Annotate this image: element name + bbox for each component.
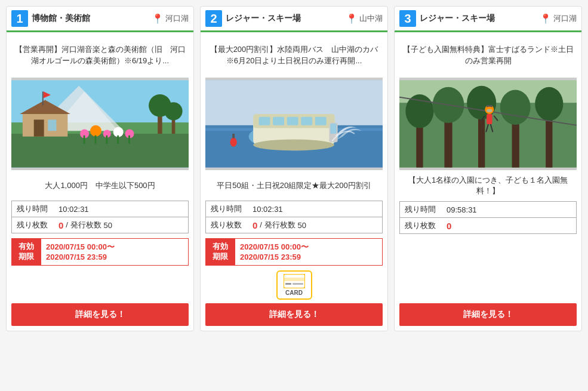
svg-rect-8 [48, 119, 56, 131]
card-header-left: 1 博物館・美術館 [11, 10, 90, 27]
svg-point-58 [535, 87, 563, 121]
issued-value: 50 [298, 221, 306, 230]
svg-point-69 [487, 109, 492, 113]
validity-date2: 2020/07/15 23:59 [46, 253, 183, 261]
card-price: 平日50組・土日祝20組限定★最大200円割引 [205, 175, 383, 196]
card-body: 【子ども入園無料特典】富士すばるランド※土日のみ営業再開 [395, 32, 581, 331]
card-header-left: 2 レジャー・スキー場 [205, 10, 301, 27]
svg-rect-37 [315, 117, 327, 125]
svg-point-22 [164, 102, 182, 120]
issued-label: / 発行枚数 [66, 220, 101, 230]
time-row: 残り時間 10:02:31 [12, 201, 188, 217]
detail-button[interactable]: 詳細を見る！ [205, 303, 383, 326]
svg-rect-23 [42, 91, 44, 106]
card-price: 大人1,000円 中学生以下500円 [11, 175, 189, 196]
card-location: 📍 山中湖 [346, 13, 383, 24]
card-category: レジャー・スキー場 [420, 13, 495, 24]
card-number: 2 [205, 10, 222, 27]
remaining-row: 残り枚数 0 / 発行枚数 50 [206, 217, 382, 233]
svg-rect-61 [487, 114, 492, 124]
issued-value: 50 [104, 221, 112, 230]
card-image [11, 78, 189, 170]
card-number: 1 [11, 10, 28, 27]
svg-rect-39 [330, 124, 336, 134]
validity-date1: 2020/07/15 00:00〜 [46, 242, 183, 253]
issued-label: / 発行枚数 [260, 220, 295, 230]
svg-rect-36 [301, 117, 312, 125]
svg-point-10 [90, 125, 101, 137]
svg-rect-45 [285, 283, 291, 285]
card-info-table: 残り時間 10:02:31 残り枚数 0 / 発行枚数 50 [11, 201, 189, 233]
time-label: 残り時間 [206, 201, 248, 217]
remaining-row: 残り枚数 0 / 発行枚数 50 [12, 217, 188, 233]
card-number: 3 [399, 10, 416, 27]
time-value: 10:02:31 [248, 201, 382, 217]
card-title: 【最大200円割引】水陸両用バス 山中湖のカバ※6月20日より土日祝日のみ運行再… [205, 37, 383, 73]
time-label: 残り時間 [400, 202, 442, 217]
card-3: 3 レジャー・スキー場 📍 河口湖 【子ども入園無料特典】富士すばるランド※土日… [394, 6, 582, 331]
pin-icon: 📍 [540, 13, 552, 24]
card-price: 【大人1名様の入園につき、子ども１名入園無料！】 [399, 175, 577, 196]
validity-label: 有効期限 [205, 238, 235, 266]
card-title: 【営業再開】河口湖音楽と森の美術館（旧 河口湖オルゴールの森美術館）※6/19よ… [11, 37, 189, 73]
card-body: 【最大200円割引】水陸両用バス 山中湖のカバ※6月20日より土日祝日のみ運行再… [201, 32, 387, 331]
card-1: 1 博物館・美術館 📍 河口湖 【営業再開】河口湖音楽と森の美術館（旧 河口湖オ… [6, 6, 194, 331]
remaining-label: 残り枚数 [12, 217, 54, 233]
location-text: 河口湖 [553, 13, 577, 24]
remaining-row: 残り枚数 0 [400, 218, 576, 233]
svg-rect-33 [259, 117, 270, 125]
validity-dates: 2020/07/15 00:00〜 2020/07/15 23:59 [41, 238, 189, 266]
svg-rect-16 [106, 136, 107, 144]
svg-rect-5 [23, 114, 67, 137]
pin-icon: 📍 [346, 13, 358, 24]
card-2: 2 レジャー・スキー場 📍 山中湖 【最大200円割引】水陸両用バス 山中湖のカ… [200, 6, 388, 331]
svg-rect-42 [232, 134, 235, 138]
time-value: 10:02:31 [54, 201, 188, 217]
detail-button[interactable]: 詳細を見る！ [399, 303, 577, 326]
card-header: 3 レジャー・スキー場 📍 河口湖 [395, 7, 581, 32]
card-location: 📍 河口湖 [540, 13, 577, 24]
card-title: 【子ども入園無料特典】富士すばるランド※土日のみ営業再開 [399, 37, 577, 73]
card-image [205, 78, 383, 170]
svg-rect-7 [34, 119, 44, 136]
svg-rect-44 [284, 278, 305, 281]
remaining-label: 残り枚数 [206, 217, 248, 233]
remaining-label: 残り枚数 [400, 218, 442, 233]
card-category: レジャー・スキー場 [226, 13, 301, 24]
pin-icon: 📍 [152, 13, 164, 24]
card-image [399, 78, 577, 170]
card-info-table: 残り時間 09:58:31 残り枚数 0 [399, 201, 577, 234]
svg-rect-34 [273, 117, 284, 125]
card-location: 📍 河口湖 [152, 13, 189, 24]
svg-point-40 [253, 139, 334, 150]
svg-rect-18 [128, 136, 130, 144]
validity-label: 有効期限 [11, 238, 41, 266]
validity-dates: 2020/07/15 00:00〜 2020/07/15 23:59 [235, 238, 383, 266]
card-icon-label: CARD [285, 290, 303, 296]
card-header-left: 3 レジャー・スキー場 [399, 10, 495, 27]
card-info-table: 残り時間 10:02:31 残り枚数 0 / 発行枚数 50 [205, 201, 383, 233]
svg-point-54 [405, 94, 433, 128]
remaining-value: 0 [442, 218, 576, 233]
detail-button[interactable]: 詳細を見る！ [11, 303, 189, 326]
svg-rect-46 [293, 283, 303, 285]
cards-container: 1 博物館・美術館 📍 河口湖 【営業再開】河口湖音楽と森の美術館（旧 河口湖オ… [6, 6, 588, 331]
time-label: 残り時間 [12, 201, 54, 217]
card-icon [284, 274, 305, 288]
card-body: 【営業再開】河口湖音楽と森の美術館（旧 河口湖オルゴールの森美術館）※6/19よ… [7, 32, 193, 331]
remaining-value: 0 / 発行枚数 50 [248, 217, 382, 233]
svg-rect-35 [287, 117, 298, 125]
svg-rect-15 [95, 136, 97, 144]
card-icon-badge: CARD [276, 270, 312, 300]
svg-rect-14 [84, 136, 85, 144]
time-row: 残り時間 10:02:31 [206, 201, 382, 217]
card-header: 1 博物館・美術館 📍 河口湖 [7, 7, 193, 32]
validity-box: 有効期限 2020/07/15 00:00〜 2020/07/15 23:59 [205, 238, 383, 266]
card-category: 博物館・美術館 [32, 13, 90, 24]
card-header: 2 レジャー・スキー場 📍 山中湖 [201, 7, 387, 32]
validity-date1: 2020/07/15 00:00〜 [240, 242, 377, 253]
time-row: 残り時間 09:58:31 [400, 202, 576, 218]
validity-box: 有効期限 2020/07/15 00:00〜 2020/07/15 23:59 [11, 238, 189, 266]
validity-date2: 2020/07/15 23:59 [240, 253, 377, 261]
remaining-value: 0 / 発行枚数 50 [54, 217, 188, 233]
